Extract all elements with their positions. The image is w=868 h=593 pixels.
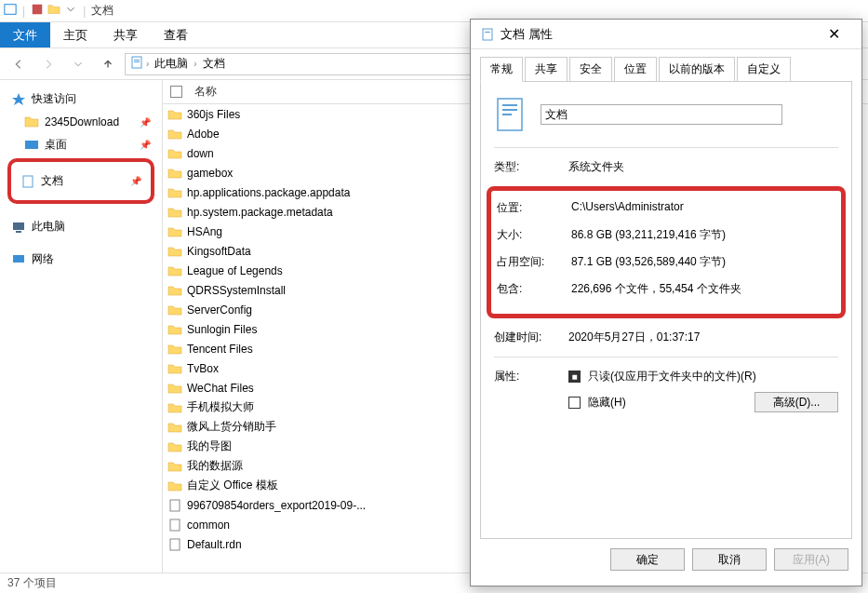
svg-rect-10 — [170, 500, 180, 511]
network-icon — [11, 252, 26, 267]
titlebar-save-icon[interactable] — [31, 3, 44, 19]
hidden-checkbox[interactable] — [568, 397, 581, 409]
dialog-body: 类型: 系统文件夹 位置: C:\Users\Administrator 大小:… — [480, 81, 852, 539]
folder-icon — [163, 224, 187, 239]
readonly-label: 只读(仅应用于文件夹中的文件)(R) — [588, 369, 756, 384]
breadcrumb-thispc[interactable]: 此电脑 — [151, 56, 192, 72]
svg-rect-3 — [134, 60, 140, 61]
nav-tree: 快速访问 2345Download 📌 桌面 📌 文档 📌 此电脑 — [0, 80, 163, 573]
folder-icon — [163, 361, 187, 376]
file-icon — [163, 537, 187, 552]
nav-history-dropdown[interactable] — [65, 53, 91, 75]
folder-icon — [163, 205, 187, 220]
hidden-label: 隐藏(H) — [588, 395, 626, 411]
apply-button[interactable]: 应用(A) — [774, 548, 848, 571]
tab-sharing[interactable]: 共享 — [525, 57, 568, 81]
star-icon — [11, 92, 26, 107]
folder-icon — [163, 478, 187, 493]
folder-icon — [163, 107, 187, 122]
titlebar-folder-icon[interactable] — [47, 3, 60, 19]
location-label: 位置: — [497, 200, 571, 216]
folder-icon — [163, 342, 187, 357]
type-label: 类型: — [494, 159, 568, 175]
svg-rect-1 — [33, 5, 43, 15]
tab-share[interactable]: 共享 — [100, 22, 151, 47]
titlebar-divider: | — [83, 5, 86, 18]
file-icon — [163, 498, 187, 513]
folder-icon — [163, 459, 187, 474]
highlighted-info-box: 位置: C:\Users\Administrator 大小: 86.8 GB (… — [487, 186, 846, 318]
size-label: 大小: — [497, 227, 571, 243]
folder-icon — [163, 244, 187, 259]
tree-item-documents[interactable]: 文档 📌 — [17, 171, 145, 191]
titlebar-divider: | — [22, 5, 25, 18]
file-icon — [163, 518, 187, 532]
titlebar-dropdown-icon[interactable] — [64, 3, 77, 19]
advanced-button[interactable]: 高级(D)... — [754, 392, 838, 412]
folder-icon — [24, 115, 39, 129]
window-title: 文档 — [91, 3, 114, 19]
readonly-checkbox[interactable]: ■ — [568, 371, 581, 383]
size-on-disk-value: 87.1 GB (93,526,589,440 字节) — [571, 254, 835, 270]
svg-rect-17 — [502, 109, 517, 111]
chevron-right-icon[interactable]: › — [194, 59, 196, 69]
nav-up-button[interactable] — [95, 53, 121, 75]
tree-quickaccess[interactable]: 快速访问 — [4, 88, 158, 111]
dialog-titlebar: 文档 属性 ✕ — [471, 20, 861, 49]
tree-network[interactable]: 网络 — [4, 248, 158, 271]
svg-rect-12 — [170, 539, 180, 550]
documents-icon — [480, 27, 495, 42]
item-count: 37 个项目 — [7, 575, 57, 591]
svg-rect-13 — [483, 29, 492, 40]
svg-rect-7 — [13, 222, 24, 230]
dialog-buttons: 确定 取消 应用(A) — [471, 539, 861, 580]
tab-view[interactable]: 查看 — [151, 22, 201, 47]
tab-customize[interactable]: 自定义 — [737, 57, 791, 81]
attrs-label: 属性: — [494, 369, 568, 420]
tree-item-2345download[interactable]: 2345Download 📌 — [4, 111, 158, 133]
tree-label: 文档 — [41, 173, 63, 189]
folder-name-input[interactable] — [541, 104, 782, 125]
tree-label: 此电脑 — [32, 219, 65, 235]
size-on-disk-label: 占用空间: — [497, 254, 571, 270]
contains-value: 226,696 个文件，55,454 个文件夹 — [571, 281, 835, 297]
folder-icon — [163, 166, 187, 181]
pc-icon — [11, 220, 26, 235]
breadcrumb-documents[interactable]: 文档 — [199, 56, 229, 72]
close-button[interactable]: ✕ — [815, 20, 852, 48]
size-value: 86.8 GB (93,211,219,416 字节) — [571, 227, 835, 243]
tab-home[interactable]: 主页 — [50, 22, 100, 47]
cancel-button[interactable]: 取消 — [692, 548, 767, 571]
documents-icon — [129, 55, 144, 73]
folder-icon — [163, 303, 187, 317]
folder-icon — [163, 263, 187, 278]
folder-icon — [163, 439, 187, 454]
ok-button[interactable]: 确定 — [610, 548, 685, 571]
created-value: 2020年5月27日，01:37:17 — [568, 330, 838, 345]
properties-dialog: 文档 属性 ✕ 常规 共享 安全 位置 以前的版本 自定义 类型: 系统文件夹 … — [470, 19, 862, 586]
tab-previous-versions[interactable]: 以前的版本 — [659, 57, 735, 81]
select-all-checkbox[interactable] — [170, 86, 182, 98]
tab-general[interactable]: 常规 — [480, 57, 523, 82]
tab-location[interactable]: 位置 — [614, 57, 657, 81]
tab-security[interactable]: 安全 — [569, 57, 612, 81]
type-value: 系统文件夹 — [568, 159, 838, 175]
dialog-tabs: 常规 共享 安全 位置 以前的版本 自定义 — [471, 49, 861, 81]
svg-rect-8 — [16, 231, 21, 233]
dialog-title: 文档 属性 — [501, 26, 815, 43]
tree-label: 网络 — [32, 251, 54, 267]
nav-forward-button[interactable] — [35, 53, 61, 75]
tree-item-desktop[interactable]: 桌面 📌 — [4, 133, 158, 156]
nav-back-button[interactable] — [6, 53, 32, 75]
svg-rect-14 — [485, 32, 490, 33]
folder-icon — [163, 146, 187, 161]
folder-icon — [163, 420, 187, 435]
folder-icon — [163, 322, 187, 337]
chevron-right-icon[interactable]: › — [146, 59, 149, 69]
pin-icon: 📌 — [140, 140, 151, 150]
svg-rect-18 — [502, 114, 512, 115]
documents-icon — [20, 174, 35, 189]
tab-file[interactable]: 文件 — [0, 22, 50, 47]
tree-thispc[interactable]: 此电脑 — [4, 215, 158, 238]
highlighted-tree-box: 文档 📌 — [7, 158, 154, 204]
